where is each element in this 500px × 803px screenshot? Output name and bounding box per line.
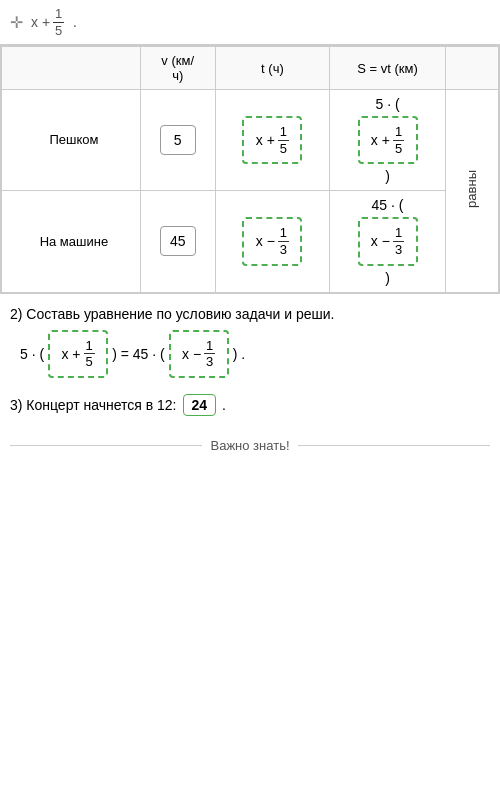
cell-s-mashina: 45 · ( x − 1 3 )	[330, 191, 446, 292]
t-expr-peshokom[interactable]: x + 1 5	[242, 116, 302, 164]
s-expr-peshokom[interactable]: x + 1 5	[358, 116, 418, 164]
v-value-mashina[interactable]: 45	[160, 226, 196, 256]
section2-instruction: 2) Составь уравнение по условию задачи и…	[10, 306, 490, 322]
cell-s-peshokom: 5 · ( x + 1 5 )	[330, 90, 446, 191]
col-header-v: v (км/ч)	[140, 47, 215, 90]
col-header-equal	[445, 47, 498, 90]
divider-line-right	[298, 445, 490, 446]
bottom-divider: Важно знать!	[0, 430, 500, 461]
t-expr-mashina[interactable]: x − 1 3	[242, 217, 302, 265]
divider-line-left	[10, 445, 202, 446]
equal-label: равны	[460, 166, 483, 212]
s-prefix-mashina: 45 · (	[372, 197, 404, 213]
s-suffix-mashina: )	[385, 270, 390, 286]
cell-v-mashina: 45	[140, 191, 215, 292]
table-row: На машине 45 x − 1 3	[2, 191, 499, 292]
section3-answer[interactable]: 24	[183, 394, 217, 416]
row-label-mashina: На машине	[2, 191, 141, 292]
table-row: Пешком 5 x + 1 5	[2, 90, 499, 191]
col-header-s: S = vt (км)	[330, 47, 446, 90]
section3-dot: .	[222, 397, 226, 413]
col-header-row-label	[2, 47, 141, 90]
top-formula-bar: ✛ x + 1 5 .	[0, 0, 500, 45]
equal-column: равны	[445, 90, 498, 292]
cell-t-peshokom[interactable]: x + 1 5	[215, 90, 330, 191]
cell-v-peshokom: 5	[140, 90, 215, 191]
section-3: 3) Концерт начнется в 12: 24 .	[0, 386, 500, 426]
important-label: Важно знать!	[210, 438, 289, 453]
s-expr-mashina[interactable]: x − 1 3	[358, 217, 418, 265]
equation-row: 5 · ( x + 1 5 ) = 45 · ( x − 1 3 ) .	[10, 330, 490, 378]
eq-middle: ) = 45 · (	[112, 346, 165, 362]
distance-table: v (км/ч) t (ч) S = vt (км) Пешком 5 x +	[1, 46, 499, 292]
main-table-container: v (км/ч) t (ч) S = vt (км) Пешком 5 x +	[0, 45, 500, 293]
eq-right-expr[interactable]: x − 1 3	[169, 330, 229, 378]
v-value-peshokom[interactable]: 5	[160, 125, 196, 155]
cell-t-mashina[interactable]: x − 1 3	[215, 191, 330, 292]
section3-text: 3) Концерт начнется в 12:	[10, 397, 177, 413]
eq-left-expr[interactable]: x + 1 5	[48, 330, 108, 378]
col-header-t: t (ч)	[215, 47, 330, 90]
plus-icon: ✛	[10, 13, 23, 32]
row-label-peshokom: Пешком	[2, 90, 141, 191]
section-2: 2) Составь уравнение по условию задачи и…	[0, 294, 500, 386]
eq-end: ) .	[233, 346, 245, 362]
top-formula: x + 1 5 .	[31, 6, 77, 38]
s-suffix-peshokom: )	[385, 168, 390, 184]
s-prefix-peshokom: 5 · (	[375, 96, 399, 112]
eq-left-coeff: 5 · (	[20, 346, 44, 362]
